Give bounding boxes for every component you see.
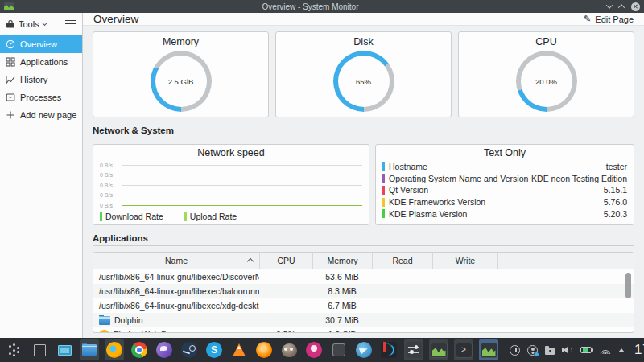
falkon-icon [156,342,172,358]
gauge-cards-row: Memory 2.5 GiB Disk 65% CPU [93,31,634,117]
cpu-gauge-ring: 20.0% [516,51,577,112]
expand-tray-icon[interactable] [618,348,625,352]
chart-legend: Download Rate Upload Rate [100,212,362,221]
table-row[interactable]: /usr/lib/x86_64-linux-gnu/libexec/xdg-de… [93,298,634,313]
gimp-icon [282,343,297,357]
column-header-blank [497,253,634,269]
gauge-title: Disk [353,36,373,47]
table-scrollbar[interactable] [625,273,631,298]
sensor-row-os: Operating System Name and Version KDE ne… [382,173,627,185]
virtual-desktop-pager[interactable] [30,339,49,360]
sensor-label: KDE Frameworks Version [389,197,604,207]
task-system-monitor[interactable] [429,339,448,360]
sidebar-item-add-new-page[interactable]: Add new page [0,106,82,124]
sidebar-item-overview[interactable]: Overview [0,35,82,53]
plus-icon [6,110,15,120]
network-chart: 0 B/s 0 B/s 0 B/s 0 B/s 0 B/s [100,161,362,209]
taskbar-falkon[interactable] [155,339,174,360]
sidebar-item-history[interactable]: History [0,71,82,88]
taskbar-dolphin[interactable] [80,339,99,360]
user-status-tray-icon[interactable] [527,345,538,356]
battery-tray-icon[interactable] [580,347,592,353]
column-header-write[interactable]: Write [432,253,497,269]
sensor-value: KDE neon Testing Edition [531,174,627,183]
window-titlebar[interactable]: Overview - System Monitor [0,0,644,13]
vlc-icon [233,343,246,356]
column-header-cpu[interactable]: CPU [259,253,312,269]
column-header-memory[interactable]: Memory [312,253,372,269]
taskbar-ghost-app[interactable] [329,339,349,360]
system-monitor-app-icon [4,2,14,10]
application-launcher-button[interactable] [5,339,24,360]
y-axis-label: 0 B/s [100,162,119,168]
disk-gauge-card: Disk 65% [275,31,452,117]
hamburger-menu-button[interactable] [65,20,76,28]
y-axis-label: 0 B/s [100,203,119,208]
column-header-name[interactable]: Name [93,253,259,269]
taskbar-firefox[interactable] [105,339,124,360]
chrome-icon [131,342,147,358]
kde-launcher-icon [8,343,21,356]
clock[interactable]: 17:46 [632,342,644,358]
vault-tray-icon[interactable] [545,348,555,355]
taskbar-system-settings[interactable] [404,339,423,360]
system-monitor-icon [431,343,448,358]
page-toolbar: Overview ✎ Edit Page [83,13,644,26]
taskbar-discover[interactable] [354,339,374,360]
audio-volume-tray-icon[interactable] [562,345,573,355]
sidebar-item-applications[interactable]: Applications [0,53,82,71]
sidebar-item-label: Overview [20,39,57,49]
edit-page-button[interactable]: ✎ Edit Page [584,14,634,24]
legend-label: Download Rate [105,212,163,221]
sensor-color-bar [382,174,385,183]
baseline [122,205,362,206]
gauge-title: Memory [163,36,199,47]
table-header-row: Name CPU Memory Read Write [93,253,634,269]
taskbar-gimp[interactable] [279,339,299,360]
maximize-button[interactable] [618,4,625,10]
sensor-label: KDE Plasma Version [389,209,604,219]
sensor-value: 5.76.0 [604,197,627,207]
sensor-value: tester [606,162,627,171]
toolbox-icon [6,19,15,29]
close-button[interactable] [631,2,640,11]
firefox-icon [106,342,122,358]
overview-page: Memory 2.5 GiB Disk 65% CPU [83,26,644,339]
gauge-title: CPU [535,36,556,47]
taskbar-clementine[interactable] [254,339,274,360]
table-row[interactable]: Firefox Web Browser 0.5% 1.2 GiB [93,327,634,333]
table-row[interactable]: /usr/lib/x86_64-linux-gnu/libexec/baloor… [93,284,634,298]
task-konsole[interactable]: > [454,339,473,360]
table-row[interactable]: /usr/lib/x86_64-linux-gnu/libexec/Discov… [93,269,634,284]
taskbar-kdenlive[interactable] [379,339,398,360]
table-row[interactable]: Dolphin 30.7 MiB [93,313,634,327]
taskbar-chrome[interactable] [130,339,149,360]
sensor-label: Hostname [389,162,606,171]
app-name-cell: Dolphin [93,315,259,325]
window-preview-icon [58,345,72,356]
taskbar-skype[interactable]: S [204,339,224,360]
sensor-color-bar [382,198,385,207]
sidebar-header: Tools [0,13,82,35]
sidebar-item-processes[interactable]: Processes [0,88,82,106]
elisa-icon [306,342,322,358]
sidebar-item-label: Processes [20,93,61,102]
taskbar-elisa[interactable] [304,339,324,360]
task-system-monitor-active[interactable] [479,339,498,360]
taskbar-steam[interactable] [180,339,199,360]
sensor-label: Qt Version [389,185,604,195]
media-pause-tray-icon[interactable] [510,345,520,356]
system-monitor-icon [481,343,497,358]
tools-menu-button[interactable]: Tools [6,19,47,29]
column-header-read[interactable]: Read [372,253,432,269]
taskbar-vlc[interactable] [229,339,249,360]
window-preview-button[interactable] [55,339,74,360]
sensor-row-frameworks-version: KDE Frameworks Version 5.76.0 [382,196,627,208]
sensor-value: 5.15.1 [604,185,627,195]
sidebar-item-label: Add new page [20,110,76,120]
gridline [122,175,362,175]
minimize-button[interactable] [606,2,613,8]
wifi-tray-icon[interactable] [599,347,611,354]
text-only-card: Text Only Hostname tester Operating Syst… [375,144,634,225]
y-axis-label: 0 B/s [100,172,119,178]
